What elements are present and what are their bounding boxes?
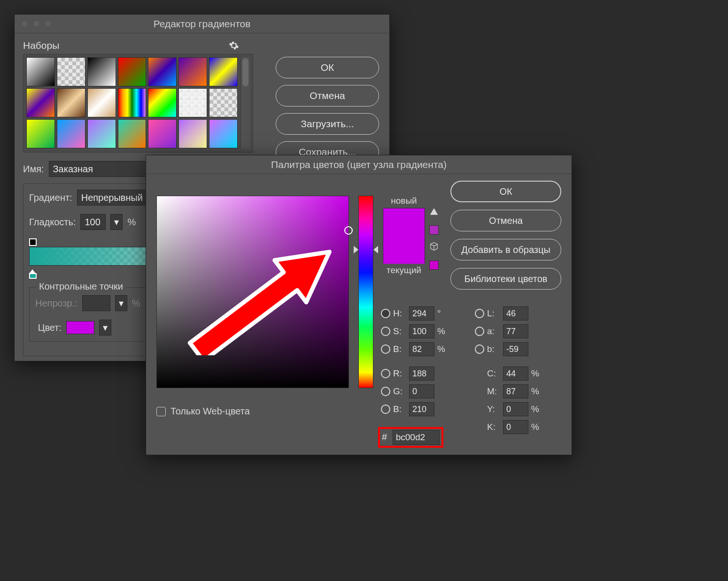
color-field-cursor[interactable] xyxy=(344,226,353,235)
current-color-label: текущий xyxy=(383,265,425,275)
b2-radio[interactable] xyxy=(381,405,390,414)
gear-icon[interactable] xyxy=(229,40,239,51)
preset-swatch[interactable] xyxy=(87,119,116,148)
cancel-button[interactable]: Отмена xyxy=(276,85,379,107)
gradient-type-label: Градиент: xyxy=(29,192,72,203)
preset-swatch[interactable] xyxy=(148,57,177,86)
r-radio[interactable] xyxy=(381,369,390,378)
opacity-input xyxy=(82,295,110,311)
s-input[interactable] xyxy=(409,324,434,338)
s-radio[interactable] xyxy=(381,327,390,336)
b-radio[interactable] xyxy=(381,344,390,354)
presets-grid[interactable] xyxy=(26,57,238,149)
a-input[interactable] xyxy=(503,324,528,338)
color-label: Цвет: xyxy=(35,322,62,333)
web-only-label: Только Web-цвета xyxy=(170,406,250,417)
h-radio[interactable] xyxy=(381,309,390,318)
smoothness-label: Гладкость: xyxy=(29,217,76,228)
preset-swatch[interactable] xyxy=(209,57,238,86)
load-button[interactable]: Загрузить... xyxy=(276,113,379,135)
hue-slider-handle[interactable] xyxy=(354,246,358,253)
opacity-stop[interactable] xyxy=(29,238,37,246)
stop-color-swatch[interactable] xyxy=(66,321,94,334)
preset-swatch[interactable] xyxy=(118,88,147,117)
gamut-swatch[interactable] xyxy=(429,225,439,235)
smoothness-input[interactable] xyxy=(80,214,106,230)
add-to-swatches-button[interactable]: Добавить в образцы xyxy=(450,239,561,260)
presets-scrollbar[interactable] xyxy=(240,57,250,149)
preset-swatch[interactable] xyxy=(57,88,85,117)
websafe-warning-icon[interactable] xyxy=(429,241,439,254)
preset-swatch[interactable] xyxy=(57,119,85,148)
preset-swatch[interactable] xyxy=(178,88,207,117)
hex-input[interactable] xyxy=(393,430,440,445)
color-picker-window: Палитра цветов (цвет узла градиента) нов… xyxy=(146,155,572,455)
gradient-editor-title: Редактор градиентов xyxy=(15,18,389,30)
web-only-checkbox[interactable] xyxy=(156,407,166,416)
l-radio[interactable] xyxy=(475,309,484,318)
stops-panel-title: Контрольные точки xyxy=(36,281,126,292)
opacity-stepper: ▾ xyxy=(115,295,127,311)
gamut-warning-icon[interactable] xyxy=(429,207,439,219)
window-controls[interactable] xyxy=(21,20,52,27)
color-compare-swatch[interactable] xyxy=(383,208,425,263)
hex-highlight-annotation: # xyxy=(378,427,443,448)
color-picker-title: Палитра цветов (цвет узла градиента) xyxy=(146,159,572,170)
color-picker-titlebar[interactable]: Палитра цветов (цвет узла градиента) xyxy=(146,155,572,174)
m-input[interactable] xyxy=(503,384,528,398)
preset-swatch[interactable] xyxy=(118,119,147,148)
preset-swatch[interactable] xyxy=(178,119,207,148)
preset-swatch[interactable] xyxy=(118,57,147,86)
preset-swatch[interactable] xyxy=(209,88,238,117)
g-input[interactable] xyxy=(409,384,434,398)
color-libraries-button[interactable]: Библиотеки цветов xyxy=(450,268,561,290)
g-radio[interactable] xyxy=(381,387,390,396)
color-dropdown[interactable]: ▾ xyxy=(99,320,111,336)
presets-box xyxy=(23,54,253,153)
zoom-icon[interactable] xyxy=(45,20,52,27)
preset-swatch[interactable] xyxy=(148,119,177,148)
lab-b-radio[interactable] xyxy=(475,344,484,354)
websafe-swatch[interactable] xyxy=(429,260,439,270)
cancel-button[interactable]: Отмена xyxy=(450,210,561,231)
color-field[interactable] xyxy=(156,196,349,388)
preset-swatch[interactable] xyxy=(57,57,85,86)
opacity-label: Непрозр.: xyxy=(35,298,77,309)
new-color-label: новый xyxy=(383,196,425,206)
preset-swatch[interactable] xyxy=(26,57,55,86)
minimize-icon[interactable] xyxy=(33,20,40,27)
color-stop[interactable] xyxy=(29,269,37,279)
r-input[interactable] xyxy=(409,367,434,381)
c-input[interactable] xyxy=(503,367,528,381)
hue-slider-handle[interactable] xyxy=(373,246,378,253)
smoothness-unit: % xyxy=(127,217,136,228)
preset-swatch[interactable] xyxy=(26,88,55,117)
gradient-editor-titlebar[interactable]: Редактор градиентов xyxy=(15,15,389,33)
preset-swatch[interactable] xyxy=(87,88,116,117)
preset-swatch[interactable] xyxy=(26,119,55,148)
hue-slider[interactable] xyxy=(358,196,373,388)
a-radio[interactable] xyxy=(475,327,484,336)
b-input[interactable] xyxy=(409,342,434,356)
b2-input[interactable] xyxy=(409,402,434,416)
presets-label: Наборы xyxy=(23,40,229,51)
preset-swatch[interactable] xyxy=(178,57,207,86)
gradient-type-select[interactable]: Непрерывный▾ xyxy=(77,190,155,206)
hex-label: # xyxy=(382,432,387,442)
k-input[interactable] xyxy=(503,420,528,434)
smoothness-stepper[interactable]: ▾ xyxy=(110,214,123,230)
ok-button[interactable]: ОК xyxy=(450,181,561,202)
preset-swatch[interactable] xyxy=(209,119,238,148)
ok-button[interactable]: ОК xyxy=(276,57,379,78)
opacity-unit: % xyxy=(132,298,140,309)
l-input[interactable] xyxy=(503,306,528,321)
lab-b-input[interactable] xyxy=(503,342,528,356)
preset-swatch[interactable] xyxy=(87,57,116,86)
preset-swatch[interactable] xyxy=(148,88,177,117)
h-input[interactable] xyxy=(409,306,434,321)
name-input[interactable] xyxy=(49,161,152,177)
y-input[interactable] xyxy=(503,402,528,416)
name-label: Имя: xyxy=(23,164,44,175)
close-icon[interactable] xyxy=(21,20,28,27)
